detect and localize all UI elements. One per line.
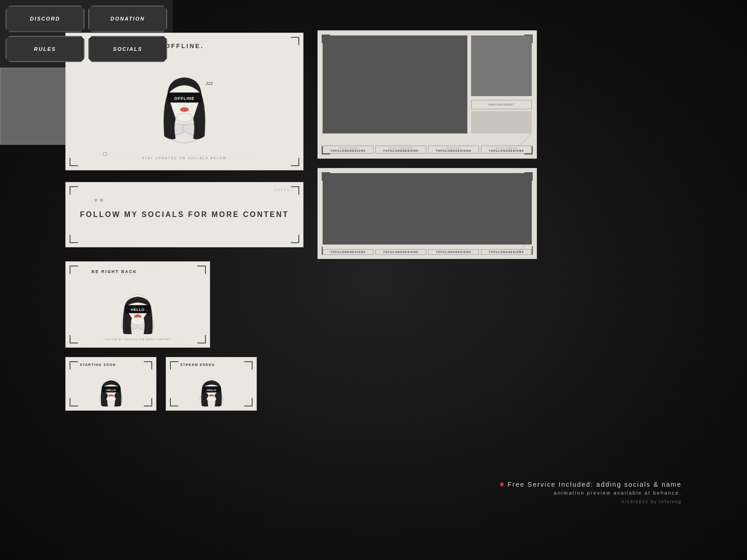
brb-footer: · · · · FOLLOW MY SOCIALS FOR MORE CONTE… [96, 338, 180, 341]
circle-deco [103, 152, 107, 156]
starting-dots: · · · · [115, 363, 125, 365]
brb-panel: BE RIGHT BACK · · · · · HELLO [65, 261, 210, 348]
stat-val-1: TOFULONGDESIGNS [325, 251, 371, 253]
announcement-box: ANNOUNCEMENT [471, 100, 532, 109]
bracket-tl [170, 361, 178, 370]
stat-value-donation: TOFULONGDESIGNS [483, 149, 529, 152]
svg-text:HELLO: HELLO [106, 389, 116, 392]
bracket-bl [70, 158, 78, 166]
bracket-br [291, 235, 299, 243]
svg-text:HELLO: HELLO [206, 389, 216, 392]
ended-character: HELLO [190, 369, 233, 406]
stat-value-sub: TOFULONGDESIGNS [378, 149, 424, 152]
bracket-bl [170, 398, 178, 406]
starting-panel: STARTING SOON · · · · HELLO [65, 357, 156, 411]
stream-layout-panel: 𓅿 𓅿 𓅿 𓅿 𓅿 𓅿 𓅿 ANNOUNCEMENT RECENT FOLLOW… [317, 30, 537, 159]
svg-point-16 [131, 317, 144, 325]
free-service-text2: animation preview available at behance. [500, 490, 682, 496]
free-service-text1: Free Service Included: adding socials & … [507, 481, 682, 488]
svg-point-7 [180, 107, 189, 112]
rules-button[interactable]: RULES [6, 36, 85, 63]
bracket-tl [70, 186, 78, 195]
stat-item-donation: RECENT DONATION TOFULONGDESIGNS [481, 146, 532, 154]
bracket-br [197, 335, 206, 343]
follow-panel: ♥ ♥ 𓅿 𓅿 𓅿 𓅿 𓅿 FOLLOW MY SOCIALS FOR MORE… [65, 182, 303, 247]
starting-character: HELLO [90, 369, 132, 406]
free-service-line1: Free Service Included: adding socials & … [500, 481, 682, 488]
bracket-tl [70, 266, 78, 274]
svg-point-22 [106, 396, 116, 402]
offline-footer: · · · · · · · · STAY UPDATED ON SOCIALS … [113, 156, 256, 160]
bracket-tl [70, 361, 78, 370]
hearts-deco: ♥ ♥ [94, 196, 104, 204]
stat-item-1: TOFULONGDESIGNS [323, 249, 374, 255]
stream-ended-panel: STREAM ENDED · · · · HELLO [166, 357, 257, 411]
svg-point-28 [207, 396, 216, 402]
svg-text:OFFLINE: OFFLINE [174, 96, 194, 101]
svg-point-8 [176, 113, 192, 122]
stream-sidebar [471, 35, 532, 96]
donation-button[interactable]: DONATION [88, 6, 167, 32]
dots-decoration: · · · · · [197, 43, 212, 46]
bracket-tr [197, 266, 206, 274]
svg-text:zzz: zzz [205, 81, 213, 86]
stat-value-follow: TOFULONGDESIGNS [325, 149, 371, 152]
bracket-bl [70, 235, 78, 243]
stat-item-4: TOFULONGDESIGNS [481, 249, 532, 255]
brb-character: HELLO [103, 278, 173, 334]
bracket-br [291, 158, 299, 166]
stream-ended-title: STREAM ENDED [180, 363, 215, 366]
stat-item-3: TOFULONGDESIGNS [428, 249, 479, 255]
stat-value-gift: TOFULONGDESIGNS [430, 149, 477, 152]
starting-title: STARTING SOON [80, 363, 116, 366]
bracket-tr [144, 361, 152, 370]
stream-stats-bar2: TOFULONGDESIGNS TOFULONGDESIGNS TOFULONG… [323, 249, 532, 255]
brb-dots: · · · · · [145, 269, 160, 272]
date-line: 5/13/2021 by tofulong [500, 499, 682, 504]
stream-layout-panel2: 𓅿 𓅿 𓅿 𓅿 TOFULONGDESIGNS TOFULONGDESIGNS … [317, 168, 537, 259]
stat-val-4: TOFULONGDESIGNS [483, 251, 529, 253]
stat-item-2: TOFULONGDESIGNS [375, 249, 426, 255]
discord-button-label: DISCORD [30, 16, 60, 21]
discord-button[interactable]: DISCORD [6, 6, 85, 32]
stream-main-area [323, 35, 467, 133]
socials-button[interactable]: SOCIALS [88, 36, 167, 63]
stat-item-follow: RECENT FOLLOW TOFULONGDESIGNS [323, 146, 374, 154]
rules-button-label: RULES [34, 46, 56, 52]
offline-character: OFFLINE zzz [138, 52, 231, 145]
birds-deco-follow: 𓅿 𓅿 𓅿 𓅿 𓅿 [275, 188, 289, 191]
bracket-br [144, 398, 152, 406]
bracket-tr [244, 361, 253, 370]
ended-dots: · · · · [218, 363, 228, 365]
red-dot-icon [500, 483, 504, 486]
svg-text:HELLO: HELLO [131, 308, 145, 312]
bracket-bl [70, 398, 78, 406]
bracket-br [244, 398, 253, 406]
socials-button-label: SOCIALS [113, 46, 142, 52]
diag-accent [518, 133, 532, 147]
stat-val-2: TOFULONGDESIGNS [378, 251, 424, 253]
donation-button-label: DONATION [111, 16, 145, 21]
free-service-section: Free Service Included: adding socials & … [500, 481, 682, 504]
bracket-tr [291, 37, 299, 45]
stat-val-3: TOFULONGDESIGNS [430, 251, 477, 253]
stream-main-area2 [323, 173, 532, 245]
bracket-bl [70, 335, 78, 343]
stat-item-sub: RECENT SUBSCRIBER TOFULONGDESIGNS [375, 146, 426, 154]
stat-item-gift: RECENT GIFT TOFULONGDESIGNS [428, 146, 479, 154]
announcement-label: ANNOUNCEMENT [489, 103, 514, 106]
follow-title: FOLLOW MY SOCIALS FOR MORE CONTENT [80, 210, 289, 219]
brb-title: BE RIGHT BACK [92, 269, 137, 274]
announcement-content [471, 111, 532, 133]
bracket-tr [291, 186, 299, 195]
stream-stats-bar: RECENT FOLLOW TOFULONGDESIGNS RECENT SUB… [323, 146, 532, 154]
